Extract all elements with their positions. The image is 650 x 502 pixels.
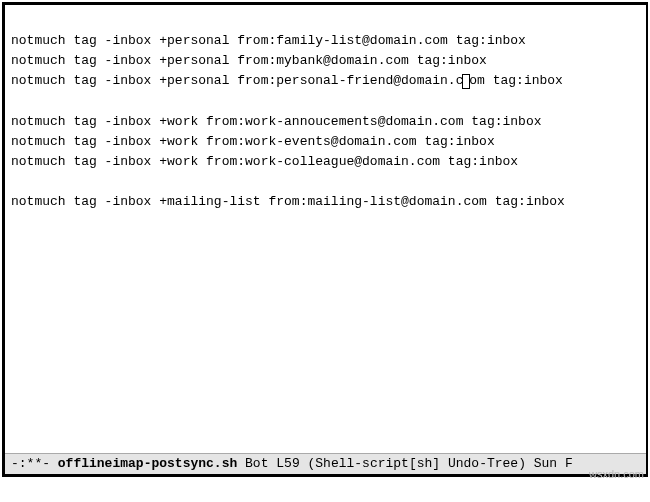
modeline-prefix: -:**- [11,456,58,471]
blank-line [11,172,640,192]
blank-line [11,91,640,111]
buffer-line[interactable]: notmuch tag -inbox +personal from:person… [11,71,640,91]
modeline-position: Bot [245,456,268,471]
buffer-text: om tag:inbox [469,73,563,88]
modeline-modes: (Shell-script[sh] Undo-Tree) [308,456,526,471]
modeline-filename: offlineimap-postsync.sh [58,456,237,471]
buffer-line[interactable]: notmuch tag -inbox +personal from:mybank… [11,51,640,71]
text-buffer[interactable]: notmuch tag -inbox +personal from:family… [5,5,646,218]
modeline: -:**- offlineimap-postsync.sh Bot L59 (S… [5,453,646,474]
buffer-line[interactable]: notmuch tag -inbox +work from:work-colle… [11,152,640,172]
buffer-text: notmuch tag -inbox +personal from:person… [11,73,463,88]
editor-frame: notmuch tag -inbox +personal from:family… [2,2,648,477]
buffer-line[interactable]: notmuch tag -inbox +work from:work-annou… [11,112,640,132]
buffer-line[interactable]: notmuch tag -inbox +personal from:family… [11,31,640,51]
modeline-tail: Sun F [534,456,573,471]
watermark: wsxdn.com [589,468,644,480]
text-cursor [462,74,470,89]
buffer-line[interactable]: notmuch tag -inbox +work from:work-event… [11,132,640,152]
buffer-line[interactable]: notmuch tag -inbox +mailing-list from:ma… [11,192,640,212]
modeline-line: L59 [276,456,299,471]
modeline-spacer [237,456,245,471]
